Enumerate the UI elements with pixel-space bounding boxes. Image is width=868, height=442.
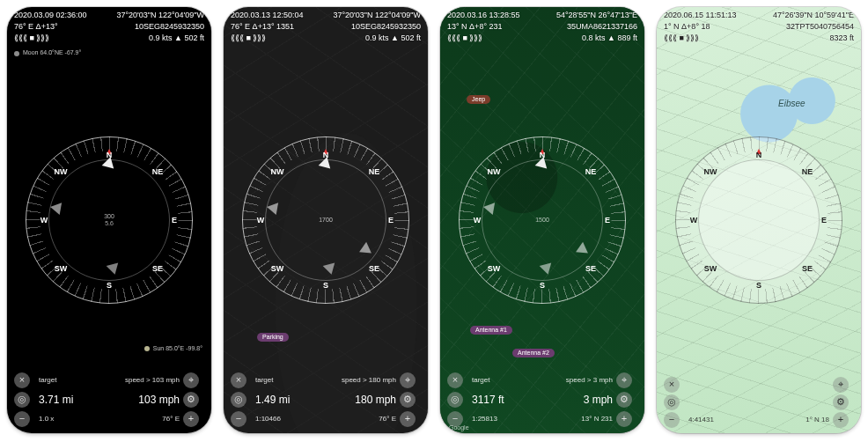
- target-label: target: [39, 376, 107, 385]
- footer: × target speed > 3 mph ⌖ ◎ 3117 ft 3 mph…: [447, 372, 637, 428]
- bottom-left: 1:25813: [472, 415, 541, 424]
- header: 2020.03.09 02:36:00 37°20'03"N 122°04'09…: [14, 11, 204, 57]
- target-value: 3.71 mi: [39, 394, 107, 406]
- target-label: target: [472, 376, 541, 385]
- screenshot-4: 2020.06.15 11:51:13 47°26'39"N 10°59'41"…: [657, 7, 861, 433]
- heading-reading: 76° E Δ+13° 1351: [231, 22, 294, 32]
- settings-button[interactable]: ⚙: [183, 392, 199, 408]
- gps-coords: 47°26'39"N 10°59'41"E: [773, 11, 854, 20]
- grid-ref: 10SEG8245932350: [351, 22, 421, 32]
- settings-button[interactable]: ⚙: [616, 392, 632, 408]
- bottom-left: 1.0 x: [39, 415, 107, 424]
- grid-ref: 35UMA8621337166: [567, 22, 637, 32]
- heading-reading: 1° N Δ+8° 18: [664, 22, 710, 32]
- bottom-right: 1° N 18: [761, 416, 829, 424]
- map-marker-jeep[interactable]: Jeep: [467, 95, 490, 104]
- grid-ref: 10SEG8245932350: [135, 22, 204, 32]
- settings-button[interactable]: ⚙: [400, 392, 416, 408]
- footer: × target speed > 103 mph ⌖ ◎ 3.71 mi 103…: [14, 372, 204, 428]
- header: 2020.06.15 11:51:13 47°26'39"N 10°59'41"…: [664, 11, 854, 42]
- locate-button[interactable]: ⌖: [400, 372, 416, 388]
- layers-button[interactable]: ◎: [231, 392, 246, 408]
- speed-label: speed > 103 mph: [111, 376, 180, 385]
- minus-button[interactable]: −: [231, 411, 246, 427]
- close-button[interactable]: ×: [231, 372, 246, 388]
- close-button[interactable]: ×: [664, 377, 680, 393]
- plus-button[interactable]: +: [400, 411, 416, 427]
- header: 2020.03.16 13:28:55 54°28'55"N 26°47'13"…: [447, 11, 637, 42]
- minus-button[interactable]: −: [14, 411, 30, 427]
- heading-reading: 13° N Δ+8° 231: [447, 22, 503, 32]
- mode-strip[interactable]: ⟪⟪⟪ ■ ⟫⟫⟫: [447, 33, 482, 43]
- bottom-right: 76° E: [111, 415, 180, 424]
- mode-strip[interactable]: ⟪⟪⟪ ■ ⟫⟫⟫: [14, 33, 49, 43]
- bottom-left: 1:10466: [255, 415, 324, 424]
- grid-ref: 32TPT5040756454: [786, 22, 854, 32]
- plus-button[interactable]: +: [183, 411, 199, 427]
- speed-value: 3 mph: [544, 394, 613, 406]
- minus-button[interactable]: −: [664, 412, 680, 428]
- layers-button[interactable]: ◎: [447, 392, 463, 408]
- compass-scale: 300 5.6: [104, 213, 114, 228]
- map-marker-antenna2[interactable]: Antenna #2: [512, 349, 555, 357]
- moon-info: Moon 64.0°NE -67.9°: [14, 49, 204, 56]
- map-marker-antenna1[interactable]: Antenna #1: [470, 326, 512, 335]
- bottom-left: 4:41431: [688, 416, 757, 424]
- lake-label: Eibsee: [778, 99, 805, 109]
- speed-value: 180 mph: [327, 394, 396, 406]
- google-attribution: Google: [449, 424, 469, 431]
- target-label: target: [255, 376, 324, 385]
- locate-button[interactable]: ⌖: [833, 377, 849, 393]
- compass-scale: 1700: [319, 217, 333, 224]
- compass[interactable]: NNE ESE SSW WNW 1500: [459, 136, 626, 304]
- map-marker-parking[interactable]: Parking: [257, 333, 289, 342]
- target-value: 1.49 mi: [255, 394, 324, 406]
- speed-alt: 0.9 kts ▲ 502 ft: [149, 33, 204, 43]
- heading-reading: 76° E Δ+13°: [14, 22, 58, 32]
- screenshot-1: 2020.03.09 02:36:00 37°20'03"N 122°04'09…: [7, 7, 211, 433]
- speed-alt: 8323 ft: [829, 33, 854, 43]
- locate-button[interactable]: ⌖: [183, 372, 199, 388]
- plus-button[interactable]: +: [833, 412, 849, 428]
- screenshot-2: 2020.03.13 12:50:04 37°20'03"N 122°04'09…: [224, 7, 428, 433]
- speed-alt: 0.9 kts ▲ 502 ft: [365, 33, 421, 43]
- mode-strip[interactable]: ⟪⟪⟪ ■ ⟫⟫⟫: [664, 33, 699, 43]
- gps-coords: 54°28'55"N 26°47'13"E: [556, 11, 637, 20]
- compass[interactable]: NNE ESE SSW WNW 1700: [242, 136, 409, 304]
- waypoint-arrow-icon: [49, 201, 62, 215]
- layers-button[interactable]: ◎: [14, 392, 30, 408]
- plus-button[interactable]: +: [616, 411, 632, 427]
- sun-info: Sun 85.0°E -99.8°: [144, 345, 202, 352]
- target-value: 3117 ft: [472, 394, 541, 406]
- speed-alt: 0.8 kts ▲ 889 ft: [582, 33, 637, 43]
- settings-button[interactable]: ⚙: [833, 394, 849, 410]
- bottom-right: 13° N 231: [544, 415, 613, 424]
- datetime: 2020.03.13 12:50:04: [231, 11, 304, 20]
- mode-strip[interactable]: ⟪⟪⟪ ■ ⟫⟫⟫: [231, 33, 266, 43]
- speed-value: 103 mph: [111, 394, 180, 406]
- close-button[interactable]: ×: [447, 372, 463, 388]
- locate-button[interactable]: ⌖: [616, 372, 632, 388]
- datetime: 2020.03.16 13:28:55: [447, 11, 520, 20]
- compass-scale: 1500: [535, 217, 549, 224]
- footer: × target speed > 180 mph ⌖ ◎ 1.49 mi 180…: [231, 372, 421, 428]
- gps-coords: 37°20'03"N 122°04'09"W: [116, 11, 204, 20]
- gps-coords: 37°20'03"N 122°04'09"W: [333, 11, 421, 20]
- speed-label: speed > 180 mph: [327, 376, 396, 385]
- bottom-right: 76° E: [327, 415, 396, 424]
- layers-button[interactable]: ◎: [664, 394, 680, 410]
- datetime: 2020.03.09 02:36:00: [14, 11, 87, 20]
- screenshot-3: 2020.03.16 13:28:55 54°28'55"N 26°47'13"…: [440, 7, 644, 433]
- compass[interactable]: NNE ESE SSW WNW: [675, 136, 842, 304]
- close-button[interactable]: ×: [14, 372, 30, 388]
- header: 2020.03.13 12:50:04 37°20'03"N 122°04'09…: [231, 11, 421, 42]
- speed-label: speed > 3 mph: [544, 376, 613, 385]
- footer: × ⌖ ◎ ⚙ − 4:41431 1° N 18 +: [664, 377, 854, 428]
- compass[interactable]: N NE E SE S SW W NW 300 5.6: [26, 136, 193, 304]
- datetime: 2020.06.15 11:51:13: [664, 11, 737, 20]
